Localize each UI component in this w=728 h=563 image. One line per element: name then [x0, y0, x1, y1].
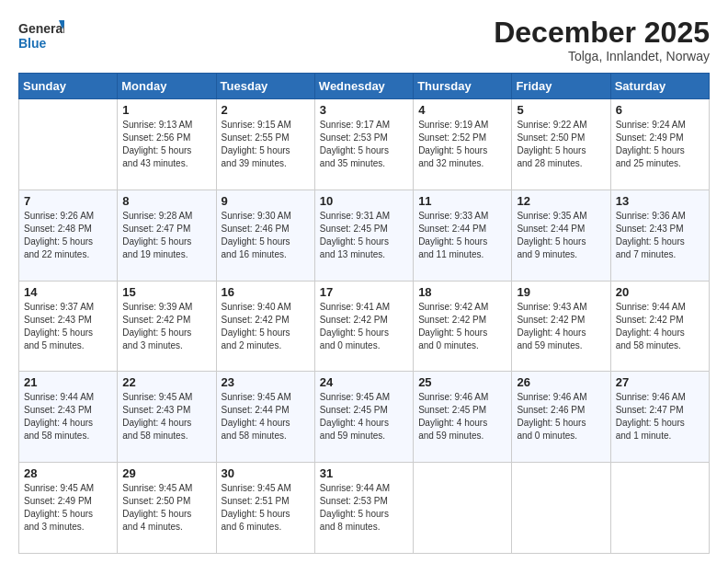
day-info: Sunrise: 9:15 AM Sunset: 2:55 PM Dayligh… — [222, 119, 310, 170]
header: General Blue December 2025 Tolga, Innlan… — [18, 17, 710, 63]
calendar-cell: 6Sunrise: 9:24 AM Sunset: 2:49 PM Daylig… — [610, 99, 709, 190]
day-info: Sunrise: 9:46 AM Sunset: 2:47 PM Dayligh… — [616, 391, 704, 442]
calendar-cell: 9Sunrise: 9:30 AM Sunset: 2:46 PM Daylig… — [216, 190, 314, 281]
weekday-tuesday: Tuesday — [216, 74, 314, 99]
weekday-thursday: Thursday — [414, 74, 512, 99]
calendar-cell — [414, 463, 512, 554]
day-number: 1 — [122, 103, 210, 117]
calendar-cell: 17Sunrise: 9:41 AM Sunset: 2:42 PM Dayli… — [314, 281, 413, 372]
day-number: 12 — [517, 194, 605, 208]
day-number: 26 — [517, 375, 605, 389]
day-number: 24 — [320, 375, 408, 389]
day-info: Sunrise: 9:44 AM Sunset: 2:43 PM Dayligh… — [24, 391, 112, 442]
day-info: Sunrise: 9:36 AM Sunset: 2:43 PM Dayligh… — [616, 210, 704, 261]
calendar-cell: 1Sunrise: 9:13 AM Sunset: 2:56 PM Daylig… — [118, 99, 216, 190]
calendar-cell: 28Sunrise: 9:45 AM Sunset: 2:49 PM Dayli… — [19, 463, 118, 554]
calendar-cell: 16Sunrise: 9:40 AM Sunset: 2:42 PM Dayli… — [216, 281, 314, 372]
calendar-cell: 23Sunrise: 9:45 AM Sunset: 2:44 PM Dayli… — [216, 372, 314, 463]
calendar-cell: 13Sunrise: 9:36 AM Sunset: 2:43 PM Dayli… — [610, 190, 709, 281]
calendar-cell: 22Sunrise: 9:45 AM Sunset: 2:43 PM Dayli… — [118, 372, 216, 463]
day-info: Sunrise: 9:45 AM Sunset: 2:45 PM Dayligh… — [320, 391, 408, 442]
day-info: Sunrise: 9:41 AM Sunset: 2:42 PM Dayligh… — [320, 301, 408, 352]
calendar-week-1: 1Sunrise: 9:13 AM Sunset: 2:56 PM Daylig… — [19, 99, 710, 190]
calendar-cell: 4Sunrise: 9:19 AM Sunset: 2:52 PM Daylig… — [414, 99, 512, 190]
day-info: Sunrise: 9:46 AM Sunset: 2:46 PM Dayligh… — [517, 391, 605, 442]
day-number: 4 — [418, 103, 506, 117]
calendar-cell: 10Sunrise: 9:31 AM Sunset: 2:45 PM Dayli… — [314, 190, 413, 281]
calendar-cell: 11Sunrise: 9:33 AM Sunset: 2:44 PM Dayli… — [414, 190, 512, 281]
day-info: Sunrise: 9:31 AM Sunset: 2:45 PM Dayligh… — [320, 210, 408, 261]
day-info: Sunrise: 9:19 AM Sunset: 2:52 PM Dayligh… — [418, 119, 506, 170]
day-number: 2 — [222, 103, 310, 117]
calendar-week-4: 21Sunrise: 9:44 AM Sunset: 2:43 PM Dayli… — [19, 372, 710, 463]
day-info: Sunrise: 9:46 AM Sunset: 2:45 PM Dayligh… — [418, 391, 506, 442]
calendar-cell: 7Sunrise: 9:26 AM Sunset: 2:48 PM Daylig… — [19, 190, 118, 281]
calendar-cell: 20Sunrise: 9:44 AM Sunset: 2:42 PM Dayli… — [610, 281, 709, 372]
day-info: Sunrise: 9:30 AM Sunset: 2:46 PM Dayligh… — [222, 210, 310, 261]
day-number: 3 — [320, 103, 408, 117]
day-info: Sunrise: 9:43 AM Sunset: 2:42 PM Dayligh… — [517, 301, 605, 352]
title-block: December 2025 Tolga, Innlandet, Norway — [494, 17, 710, 63]
calendar-cell — [19, 99, 118, 190]
calendar-cell: 14Sunrise: 9:37 AM Sunset: 2:43 PM Dayli… — [19, 281, 118, 372]
day-info: Sunrise: 9:24 AM Sunset: 2:49 PM Dayligh… — [616, 119, 704, 170]
calendar-cell: 26Sunrise: 9:46 AM Sunset: 2:46 PM Dayli… — [512, 372, 610, 463]
day-number: 30 — [222, 466, 310, 480]
day-number: 13 — [616, 194, 704, 208]
day-info: Sunrise: 9:22 AM Sunset: 2:50 PM Dayligh… — [517, 119, 605, 170]
weekday-friday: Friday — [512, 74, 610, 99]
day-info: Sunrise: 9:35 AM Sunset: 2:44 PM Dayligh… — [517, 210, 605, 261]
day-number: 18 — [418, 285, 506, 299]
day-number: 7 — [24, 194, 112, 208]
day-number: 28 — [24, 466, 112, 480]
calendar-cell: 25Sunrise: 9:46 AM Sunset: 2:45 PM Dayli… — [414, 372, 512, 463]
weekday-header-row: SundayMondayTuesdayWednesdayThursdayFrid… — [19, 74, 710, 99]
calendar-cell: 15Sunrise: 9:39 AM Sunset: 2:42 PM Dayli… — [118, 281, 216, 372]
logo: General Blue — [18, 17, 64, 55]
calendar-cell: 19Sunrise: 9:43 AM Sunset: 2:42 PM Dayli… — [512, 281, 610, 372]
day-info: Sunrise: 9:40 AM Sunset: 2:42 PM Dayligh… — [222, 301, 310, 352]
calendar-cell: 21Sunrise: 9:44 AM Sunset: 2:43 PM Dayli… — [19, 372, 118, 463]
calendar-cell: 29Sunrise: 9:45 AM Sunset: 2:50 PM Dayli… — [118, 463, 216, 554]
day-info: Sunrise: 9:45 AM Sunset: 2:44 PM Dayligh… — [222, 391, 310, 442]
calendar-table: SundayMondayTuesdayWednesdayThursdayFrid… — [18, 73, 710, 554]
day-number: 9 — [222, 194, 310, 208]
day-info: Sunrise: 9:44 AM Sunset: 2:42 PM Dayligh… — [616, 301, 704, 352]
main-title: December 2025 — [494, 17, 710, 49]
day-number: 25 — [418, 375, 506, 389]
day-number: 8 — [122, 194, 210, 208]
day-number: 23 — [222, 375, 310, 389]
day-number: 17 — [320, 285, 408, 299]
svg-text:General: General — [18, 21, 64, 36]
calendar-cell: 31Sunrise: 9:44 AM Sunset: 2:53 PM Dayli… — [314, 463, 413, 554]
calendar-week-2: 7Sunrise: 9:26 AM Sunset: 2:48 PM Daylig… — [19, 190, 710, 281]
day-info: Sunrise: 9:45 AM Sunset: 2:49 PM Dayligh… — [24, 482, 112, 534]
calendar-week-3: 14Sunrise: 9:37 AM Sunset: 2:43 PM Dayli… — [19, 281, 710, 372]
day-number: 14 — [24, 285, 112, 299]
day-info: Sunrise: 9:26 AM Sunset: 2:48 PM Dayligh… — [24, 210, 112, 261]
calendar-cell — [512, 463, 610, 554]
day-number: 11 — [418, 194, 506, 208]
logo-svg: General Blue — [18, 17, 64, 55]
day-info: Sunrise: 9:42 AM Sunset: 2:42 PM Dayligh… — [418, 301, 506, 352]
weekday-saturday: Saturday — [610, 74, 709, 99]
day-number: 31 — [320, 466, 408, 480]
day-number: 15 — [122, 285, 210, 299]
calendar-cell — [610, 463, 709, 554]
day-info: Sunrise: 9:13 AM Sunset: 2:56 PM Dayligh… — [122, 119, 210, 170]
day-info: Sunrise: 9:37 AM Sunset: 2:43 PM Dayligh… — [24, 301, 112, 352]
calendar-cell: 3Sunrise: 9:17 AM Sunset: 2:53 PM Daylig… — [314, 99, 413, 190]
day-number: 27 — [616, 375, 704, 389]
calendar-cell: 30Sunrise: 9:45 AM Sunset: 2:51 PM Dayli… — [216, 463, 314, 554]
page: General Blue December 2025 Tolga, Innlan… — [0, 0, 728, 563]
calendar-cell: 12Sunrise: 9:35 AM Sunset: 2:44 PM Dayli… — [512, 190, 610, 281]
day-info: Sunrise: 9:45 AM Sunset: 2:50 PM Dayligh… — [122, 482, 210, 534]
calendar-cell: 24Sunrise: 9:45 AM Sunset: 2:45 PM Dayli… — [314, 372, 413, 463]
day-number: 6 — [616, 103, 704, 117]
day-info: Sunrise: 9:45 AM Sunset: 2:43 PM Dayligh… — [122, 391, 210, 442]
day-number: 29 — [122, 466, 210, 480]
day-info: Sunrise: 9:28 AM Sunset: 2:47 PM Dayligh… — [122, 210, 210, 261]
day-number: 5 — [517, 103, 605, 117]
day-number: 10 — [320, 194, 408, 208]
calendar-cell: 18Sunrise: 9:42 AM Sunset: 2:42 PM Dayli… — [414, 281, 512, 372]
